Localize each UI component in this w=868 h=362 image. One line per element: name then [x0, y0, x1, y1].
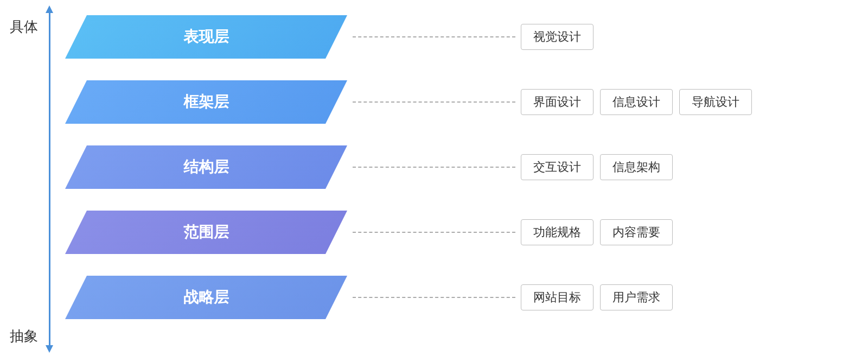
- tag-3-2: 信息架构: [600, 154, 673, 180]
- tags-group-4: 功能规格内容需要: [521, 219, 673, 245]
- tag-5-1: 网站目标: [521, 284, 593, 310]
- layer-row-4: 范围层功能规格内容需要: [65, 211, 673, 254]
- axis-label-top: 具体: [10, 17, 38, 36]
- main-container: 具体 抽象 表现层视觉设计框架层界面设计信息设计导航设计结构层交互设计信息架构范…: [0, 0, 868, 362]
- layer-row-1: 表现层视觉设计: [65, 15, 593, 59]
- layer-row-2: 框架层界面设计信息设计导航设计: [65, 80, 752, 124]
- tag-3-1: 交互设计: [521, 154, 593, 180]
- tags-group-2: 界面设计信息设计导航设计: [521, 89, 752, 115]
- parallelogram-layer-4: 范围层: [65, 211, 347, 254]
- tag-1-1: 视觉设计: [521, 24, 593, 50]
- tag-5-2: 用户需求: [600, 284, 673, 310]
- parallelogram-layer-1: 表现层: [65, 15, 347, 59]
- layer-row-5: 战略层网站目标用户需求: [65, 276, 673, 319]
- dashed-line-2: [353, 101, 515, 103]
- tags-group-3: 交互设计信息架构: [521, 154, 673, 180]
- parallelogram-layer-2: 框架层: [65, 80, 347, 124]
- tags-group-1: 视觉设计: [521, 24, 593, 50]
- dashed-line-5: [353, 297, 515, 298]
- tag-2-1: 界面设计: [521, 89, 593, 115]
- layer-row-3: 结构层交互设计信息架构: [65, 145, 673, 189]
- tag-4-1: 功能规格: [521, 219, 593, 245]
- tag-4-2: 内容需要: [600, 219, 673, 245]
- dashed-line-3: [353, 167, 515, 168]
- dashed-line-1: [353, 36, 515, 37]
- dashed-line-4: [353, 232, 515, 233]
- parallelogram-layer-3: 结构层: [65, 145, 347, 189]
- axis-label-bottom: 抽象: [10, 327, 38, 346]
- tag-2-3: 导航设计: [679, 89, 752, 115]
- vertical-axis: [49, 11, 50, 347]
- parallelogram-layer-5: 战略层: [65, 276, 347, 319]
- tags-group-5: 网站目标用户需求: [521, 284, 673, 310]
- tag-2-2: 信息设计: [600, 89, 673, 115]
